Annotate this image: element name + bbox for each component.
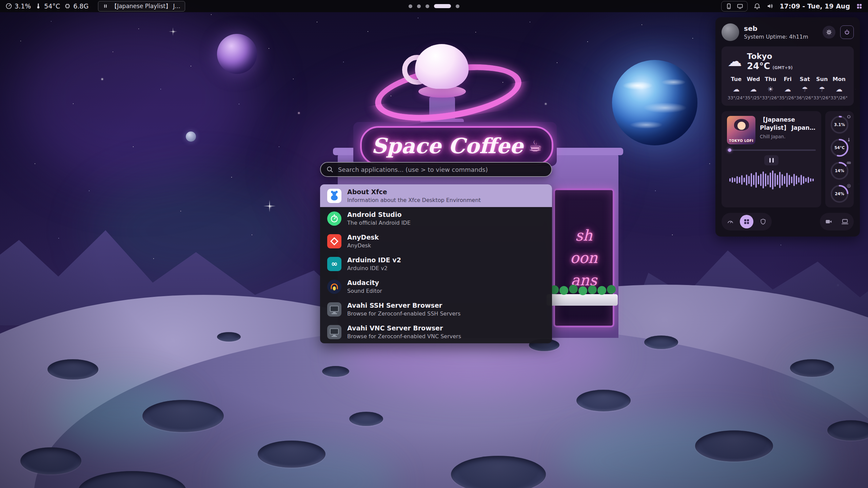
quick-actions-right — [820, 213, 854, 230]
cloud-icon: ☁ — [779, 85, 796, 93]
nebula — [14, 10, 258, 186]
waveform-bar — [732, 177, 733, 183]
workspace-dot-5[interactable] — [456, 4, 459, 8]
waveform-bar — [729, 178, 731, 182]
window-neon-text: oon — [558, 250, 609, 265]
pause-button[interactable] — [764, 155, 778, 165]
waveform-bar — [760, 174, 762, 186]
result-name: Audacity — [347, 279, 382, 287]
volume-icon[interactable] — [767, 3, 773, 9]
phone-icon[interactable] — [726, 3, 732, 9]
forecast-day: Tue — [728, 76, 745, 82]
progress-handle[interactable] — [728, 148, 731, 152]
result-desc: AnyDesk — [347, 242, 379, 249]
monitor-icon — [327, 302, 341, 317]
forecast-row: Tue ☁ 33°/24° Wed ☁ 35°/25° Thu ☀ 33°/26… — [728, 76, 848, 100]
waveform-bar — [796, 176, 797, 184]
forecast-day: Mon — [830, 76, 848, 82]
cpu-temp-indicator[interactable]: 54°C — [35, 2, 60, 10]
top-panel: 3.1% 54°C 6.8G 【Japanese Playlist】 J... — [0, 0, 868, 12]
search-input[interactable] — [337, 166, 546, 174]
result-row-anydesk[interactable]: AnyDesk AnyDesk — [320, 230, 552, 252]
ram-icon — [847, 160, 851, 166]
monitor-icon — [327, 325, 341, 339]
result-row-avahi-ssh[interactable]: Avahi SSH Server Browser Browse for Zero… — [320, 298, 552, 321]
result-row-avahi-vnc[interactable]: Avahi VNC Server Browser Browse for Zero… — [320, 321, 552, 343]
display-settings-button[interactable] — [838, 215, 852, 228]
xfce-mouse-icon — [327, 189, 341, 203]
progress-bar[interactable] — [727, 149, 816, 151]
result-desc: Browse for Zeroconf-enabled VNC Servers — [347, 333, 461, 340]
waveform-bar — [812, 179, 814, 181]
display-icon[interactable] — [737, 3, 743, 9]
waveform-bar — [789, 175, 790, 185]
purple-planet — [217, 34, 257, 74]
avatar[interactable] — [722, 23, 739, 41]
album-label: TOKYO LOFI — [729, 139, 753, 143]
now-playing-button[interactable]: 【Japanese Playlist】 J... — [98, 1, 185, 12]
waveform-bar — [810, 178, 811, 182]
album-art[interactable]: TOKYO LOFI — [727, 116, 755, 144]
laptop-icon — [841, 218, 849, 225]
cpu-usage-indicator[interactable]: 3.1% — [5, 2, 31, 10]
result-name: Avahi VNC Server Browser — [347, 324, 461, 332]
quick-actions-left — [722, 213, 772, 230]
waveform-bar — [779, 172, 781, 188]
waveform-bar — [774, 173, 776, 187]
waveform-bar — [801, 175, 802, 185]
apps-overview-button[interactable] — [740, 215, 753, 228]
power-button[interactable] — [840, 25, 854, 39]
forecast-day: Thu — [762, 76, 779, 82]
sun-icon: ☀ — [762, 85, 779, 93]
result-row-about-xfce[interactable]: About Xfce Information about the Xfce De… — [320, 184, 552, 207]
waveform-bar — [767, 175, 769, 185]
weather-city: Tokyo — [747, 52, 793, 61]
waveform-bar — [765, 174, 766, 186]
notifications-bell-icon[interactable] — [754, 3, 761, 9]
launcher-search-bar — [320, 162, 552, 177]
thermometer-icon — [847, 137, 851, 143]
memory-indicator[interactable]: 6.8G — [64, 2, 88, 10]
workspace-dot-3[interactable] — [426, 4, 429, 8]
cloud-icon: ☁ — [745, 85, 762, 93]
workspace-active-pill[interactable] — [434, 4, 451, 8]
crater — [695, 430, 773, 462]
result-name: AnyDesk — [347, 233, 379, 242]
umbrella-icon: ☂ — [796, 85, 813, 93]
crater — [576, 390, 631, 411]
crater — [322, 366, 349, 377]
waveform-bar — [770, 172, 771, 187]
result-row-android-studio[interactable]: Android Studio The official Android IDE — [320, 207, 552, 230]
performance-button[interactable] — [724, 215, 737, 228]
crater — [47, 359, 98, 380]
forecast-tue: Tue ☁ 33°/24° — [728, 76, 745, 100]
speedometer-icon — [727, 218, 734, 225]
music-player: TOKYO LOFI 【Japanese Playlist】 Japan All… — [722, 111, 821, 207]
result-row-audacity[interactable]: Audacity Sound Editor — [320, 275, 552, 298]
security-button[interactable] — [756, 215, 770, 228]
waveform-bar — [805, 178, 807, 182]
app-launcher: About Xfce Information about the Xfce De… — [320, 162, 552, 343]
cloud-icon: ☁ — [728, 54, 742, 68]
umbrella-icon: ☂ — [813, 85, 831, 93]
forecast-wed: Wed ☁ 35°/25° — [745, 76, 762, 100]
disk-value: 24% — [830, 184, 849, 203]
cpu-usage-gauge: 3.1% — [830, 115, 849, 134]
screen-record-button[interactable] — [822, 215, 835, 228]
app-grid-icon[interactable] — [856, 3, 863, 9]
result-name: Avahi SSH Server Browser — [347, 302, 460, 310]
track-artist: Chill Japan. — [760, 134, 816, 139]
result-row-arduino[interactable]: ∞ Arduino IDE v2 Arduino IDE v2 — [320, 252, 552, 275]
crater — [790, 359, 834, 377]
result-name: Android Studio — [347, 211, 411, 219]
clock[interactable]: 17:09 - Tue, 19 Aug — [780, 2, 850, 10]
result-desc: Sound Editor — [347, 288, 382, 294]
cpu-meter-icon — [5, 3, 12, 9]
pause-icon — [103, 3, 108, 9]
crater — [258, 441, 326, 468]
forecast-day: Fri — [779, 76, 796, 82]
workspace-dot-2[interactable] — [417, 4, 421, 8]
workspace-dot-1[interactable] — [409, 4, 412, 8]
system-gauges: 3.1% 54°C 14% 24% — [825, 111, 854, 207]
settings-button[interactable] — [823, 26, 835, 39]
